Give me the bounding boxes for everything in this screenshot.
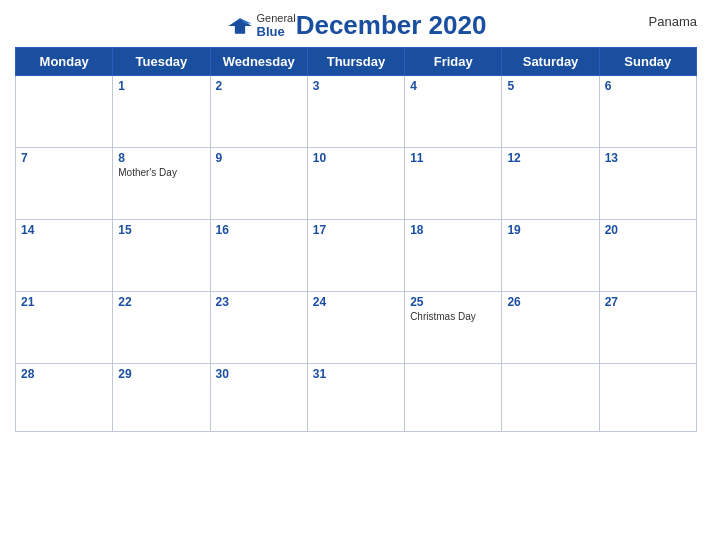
calendar-week-row: 2122232425Christmas Day2627 <box>16 292 697 364</box>
calendar-cell: 9 <box>210 148 307 220</box>
calendar-cell: 15 <box>113 220 210 292</box>
calendar-cell: 2 <box>210 76 307 148</box>
header-thursday: Thursday <box>307 48 404 76</box>
calendar-cell: 13 <box>599 148 696 220</box>
title-area: December 2020 <box>296 10 487 41</box>
header-tuesday: Tuesday <box>113 48 210 76</box>
day-number: 14 <box>21 223 107 237</box>
day-number: 2 <box>216 79 302 93</box>
day-number: 28 <box>21 367 107 381</box>
calendar-cell: 5 <box>502 76 599 148</box>
day-number: 15 <box>118 223 204 237</box>
calendar-week-row: 123456 <box>16 76 697 148</box>
calendar-week-row: 78Mother's Day910111213 <box>16 148 697 220</box>
day-number: 27 <box>605 295 691 309</box>
calendar-cell: 20 <box>599 220 696 292</box>
calendar-title: December 2020 <box>296 10 487 41</box>
day-number: 8 <box>118 151 204 165</box>
calendar-cell: 4 <box>405 76 502 148</box>
holiday-label: Christmas Day <box>410 311 496 322</box>
header-monday: Monday <box>16 48 113 76</box>
header-sunday: Sunday <box>599 48 696 76</box>
calendar-cell: 6 <box>599 76 696 148</box>
calendar-cell <box>502 364 599 432</box>
day-number: 6 <box>605 79 691 93</box>
calendar-cell: 14 <box>16 220 113 292</box>
day-number: 31 <box>313 367 399 381</box>
calendar-cell: 17 <box>307 220 404 292</box>
day-number: 30 <box>216 367 302 381</box>
calendar-cell: 19 <box>502 220 599 292</box>
day-number: 23 <box>216 295 302 309</box>
calendar-cell: 18 <box>405 220 502 292</box>
calendar-cell <box>405 364 502 432</box>
calendar-cell: 28 <box>16 364 113 432</box>
day-number: 13 <box>605 151 691 165</box>
calendar-cell: 3 <box>307 76 404 148</box>
day-number: 26 <box>507 295 593 309</box>
day-number: 12 <box>507 151 593 165</box>
day-number: 24 <box>313 295 399 309</box>
calendar-cell: 25Christmas Day <box>405 292 502 364</box>
day-number: 3 <box>313 79 399 93</box>
calendar-cell: 11 <box>405 148 502 220</box>
day-number: 25 <box>410 295 496 309</box>
calendar-cell: 12 <box>502 148 599 220</box>
calendar-cell: 1 <box>113 76 210 148</box>
day-number: 16 <box>216 223 302 237</box>
calendar-cell: 31 <box>307 364 404 432</box>
calendar-cell <box>599 364 696 432</box>
day-number: 17 <box>313 223 399 237</box>
calendar-page: General Blue December 2020 Panama Monday… <box>0 0 712 550</box>
calendar-cell: 24 <box>307 292 404 364</box>
calendar-cell: 21 <box>16 292 113 364</box>
day-number: 4 <box>410 79 496 93</box>
country-label: Panama <box>649 14 697 29</box>
day-number: 7 <box>21 151 107 165</box>
calendar-cell: 7 <box>16 148 113 220</box>
holiday-label: Mother's Day <box>118 167 204 178</box>
day-number: 19 <box>507 223 593 237</box>
logo-text: General Blue <box>257 12 296 39</box>
calendar-cell: 30 <box>210 364 307 432</box>
day-number: 1 <box>118 79 204 93</box>
calendar-week-row: 28293031 <box>16 364 697 432</box>
calendar-cell: 27 <box>599 292 696 364</box>
calendar-week-row: 14151617181920 <box>16 220 697 292</box>
svg-marker-0 <box>228 18 251 33</box>
calendar-cell: 8Mother's Day <box>113 148 210 220</box>
logo-bird-icon <box>226 17 254 35</box>
logo-blue-label: Blue <box>257 24 285 39</box>
logo-general-label: General <box>257 12 296 24</box>
day-number: 10 <box>313 151 399 165</box>
calendar-table: Monday Tuesday Wednesday Thursday Friday… <box>15 47 697 432</box>
calendar-cell <box>16 76 113 148</box>
logo: General Blue <box>226 12 296 39</box>
calendar-cell: 29 <box>113 364 210 432</box>
calendar-cell: 10 <box>307 148 404 220</box>
day-number: 5 <box>507 79 593 93</box>
day-number: 22 <box>118 295 204 309</box>
calendar-cell: 16 <box>210 220 307 292</box>
calendar-cell: 23 <box>210 292 307 364</box>
day-number: 11 <box>410 151 496 165</box>
header-saturday: Saturday <box>502 48 599 76</box>
day-number: 29 <box>118 367 204 381</box>
weekday-header-row: Monday Tuesday Wednesday Thursday Friday… <box>16 48 697 76</box>
day-number: 9 <box>216 151 302 165</box>
header-friday: Friday <box>405 48 502 76</box>
header: General Blue December 2020 Panama <box>15 10 697 41</box>
day-number: 20 <box>605 223 691 237</box>
calendar-cell: 26 <box>502 292 599 364</box>
calendar-cell: 22 <box>113 292 210 364</box>
day-number: 18 <box>410 223 496 237</box>
header-wednesday: Wednesday <box>210 48 307 76</box>
day-number: 21 <box>21 295 107 309</box>
